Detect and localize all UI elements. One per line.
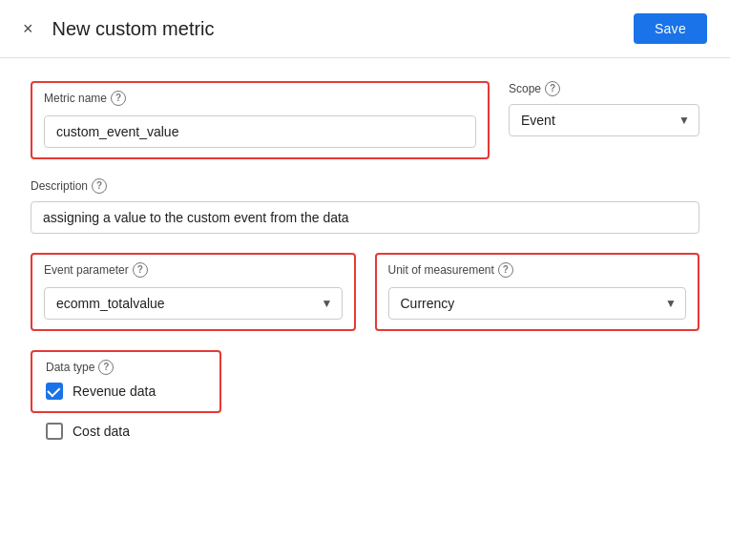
event-parameter-select[interactable]: ecomm_totalvalue <box>44 287 343 320</box>
event-parameter-label: Event parameter ? <box>44 262 343 278</box>
cost-data-row: Cost data <box>32 423 699 440</box>
unit-select[interactable]: Currency Standard Miles Kilometers <box>388 287 687 320</box>
data-type-label: Data type ? <box>46 360 206 375</box>
scope-select-wrapper: Event User ▼ <box>509 104 699 136</box>
unit-of-measurement-group: Unit of measurement ? Currency Standard … <box>375 253 700 331</box>
event-parameter-group: Event parameter ? ecomm_totalvalue ▼ <box>31 253 356 331</box>
metric-name-row: Metric name ? Scope ? Event User ▼ <box>31 81 699 159</box>
close-button[interactable]: × <box>19 16 37 41</box>
revenue-data-checkbox[interactable] <box>46 383 63 400</box>
description-input[interactable] <box>31 201 699 234</box>
dialog-header: × New custom metric Save <box>0 0 730 58</box>
data-type-section: Data type ? Revenue data Cost data <box>31 350 699 440</box>
data-type-help-icon[interactable]: ? <box>98 360 114 375</box>
header-left: × New custom metric <box>19 16 215 41</box>
metric-name-input[interactable] <box>44 115 476 148</box>
revenue-data-text: Revenue data <box>73 384 156 399</box>
scope-group: Scope ? Event User ▼ <box>509 81 699 136</box>
save-button[interactable]: Save <box>634 13 707 44</box>
form-content: Metric name ? Scope ? Event User ▼ Des <box>0 58 730 560</box>
metric-name-group: Metric name ? <box>31 81 490 159</box>
unit-of-measurement-label: Unit of measurement ? <box>388 262 687 278</box>
metric-name-label: Metric name ? <box>44 91 476 106</box>
param-unit-row: Event parameter ? ecomm_totalvalue ▼ Uni… <box>31 253 699 331</box>
description-group: Description ? <box>31 178 699 234</box>
unit-of-measurement-help-icon[interactable]: ? <box>498 262 513 278</box>
scope-label: Scope ? <box>509 81 699 96</box>
description-help-icon[interactable]: ? <box>92 178 107 194</box>
event-parameter-select-wrapper: ecomm_totalvalue ▼ <box>44 287 343 320</box>
scope-help-icon[interactable]: ? <box>545 81 560 96</box>
revenue-data-label[interactable]: Revenue data <box>46 383 156 400</box>
event-parameter-help-icon[interactable]: ? <box>133 262 148 278</box>
description-section: Description ? <box>31 178 699 234</box>
cost-data-checkbox[interactable] <box>46 423 63 440</box>
description-label: Description ? <box>31 178 699 194</box>
metric-name-help-icon[interactable]: ? <box>111 91 126 106</box>
dialog-title: New custom metric <box>52 18 215 40</box>
revenue-data-row: Revenue data <box>46 383 206 400</box>
cost-data-label[interactable]: Cost data <box>46 423 130 440</box>
scope-select[interactable]: Event User <box>509 104 699 136</box>
data-type-outline: Data type ? Revenue data <box>31 350 221 413</box>
unit-select-wrapper: Currency Standard Miles Kilometers ▼ <box>388 287 687 320</box>
cost-data-text: Cost data <box>73 424 130 439</box>
